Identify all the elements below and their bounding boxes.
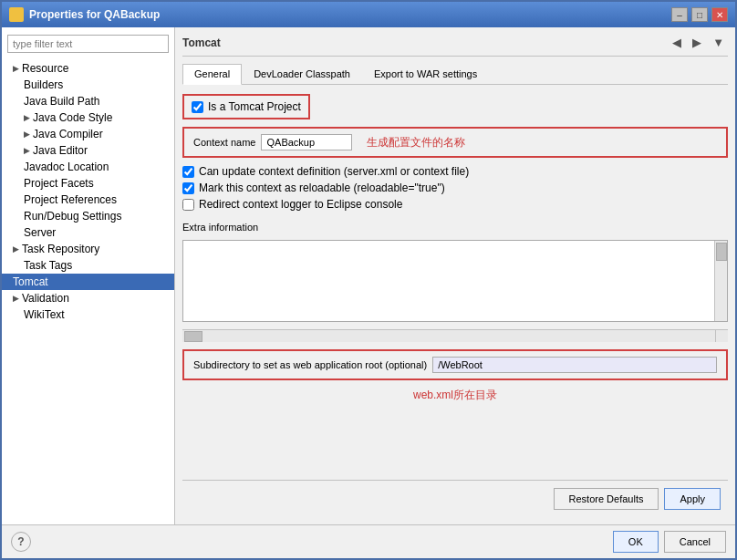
sidebar-item-label: Tomcat bbox=[13, 275, 48, 288]
main-panel-title: Tomcat bbox=[182, 36, 221, 49]
close-button[interactable]: ✕ bbox=[711, 7, 728, 22]
sidebar-item-label: Javadoc Location bbox=[24, 161, 109, 173]
checkbox-1[interactable] bbox=[182, 182, 194, 194]
tab-devloader-classpath[interactable]: DevLoader Classpath bbox=[242, 64, 362, 84]
sidebar-item-java-compiler[interactable]: ▶Java Compiler bbox=[2, 126, 174, 142]
sidebar: ▶ResourceBuildersJava Build Path▶Java Co… bbox=[2, 27, 175, 524]
sidebar-item-label: Builders bbox=[24, 78, 63, 91]
footer-right: OK Cancel bbox=[613, 531, 726, 553]
cancel-button[interactable]: Cancel bbox=[664, 531, 726, 553]
titlebar-left: Properties for QABackup bbox=[9, 7, 160, 22]
scroll-corner bbox=[715, 329, 728, 342]
checkbox-row-2: Redirect context logger to Eclipse conso… bbox=[182, 198, 728, 211]
nav-forward-button[interactable]: ▶ bbox=[689, 35, 705, 50]
subdir-label: Subdirectory to set as web application r… bbox=[193, 359, 427, 370]
titlebar: Properties for QABackup – □ ✕ bbox=[2, 2, 735, 27]
sidebar-item-label: Project References bbox=[24, 193, 117, 206]
filter-input[interactable] bbox=[7, 35, 169, 53]
ok-button[interactable]: OK bbox=[613, 531, 659, 553]
sidebar-item-java-code-style[interactable]: ▶Java Code Style bbox=[2, 109, 174, 126]
sidebar-item-project-facets[interactable]: Project Facets bbox=[2, 175, 174, 192]
sidebar-item-label: Java Code Style bbox=[33, 111, 112, 124]
tomcat-project-row: Is a Tomcat Project bbox=[182, 94, 310, 119]
sidebar-item-label: Java Editor bbox=[33, 144, 88, 157]
checkbox-row-1: Mark this context as reloadable (reloada… bbox=[182, 181, 728, 194]
checkbox-0[interactable] bbox=[182, 166, 194, 178]
sidebar-item-javadoc-location[interactable]: Javadoc Location bbox=[2, 159, 174, 175]
hscroll-thumb[interactable] bbox=[184, 331, 202, 342]
form-area: Is a Tomcat Project Context name 生成配置文件的… bbox=[182, 94, 728, 480]
sidebar-item-resource[interactable]: ▶Resource bbox=[2, 60, 174, 77]
tab-general[interactable]: General bbox=[182, 64, 242, 85]
sidebar-item-wikitext[interactable]: WikiText bbox=[2, 306, 174, 323]
maximize-button[interactable]: □ bbox=[691, 7, 708, 22]
checkbox-label-1: Mark this context as reloadable (reloada… bbox=[199, 181, 445, 194]
checkbox-row-0: Can update context definition (server.xm… bbox=[182, 165, 728, 178]
sidebar-item-label: Project Facets bbox=[24, 177, 94, 190]
horizontal-scrollbar[interactable] bbox=[182, 329, 715, 342]
sidebar-item-label: Validation bbox=[22, 292, 69, 305]
expand-arrow-icon: ▶ bbox=[24, 113, 30, 122]
window-title: Properties for QABackup bbox=[29, 8, 160, 21]
sidebar-item-validation[interactable]: ▶Validation bbox=[2, 290, 174, 306]
nav-arrows: ◀ ▶ ▼ bbox=[669, 35, 728, 50]
nav-dropdown-button[interactable]: ▼ bbox=[709, 35, 728, 50]
restore-defaults-button[interactable]: Restore Defaults bbox=[554, 488, 659, 510]
apply-button[interactable]: Apply bbox=[664, 488, 721, 510]
sidebar-item-builders[interactable]: Builders bbox=[2, 77, 174, 93]
sidebar-item-java-editor[interactable]: ▶Java Editor bbox=[2, 142, 174, 159]
sidebar-item-server[interactable]: Server bbox=[2, 224, 174, 241]
subdir-input[interactable] bbox=[432, 357, 717, 373]
scroll-thumb[interactable] bbox=[716, 243, 727, 261]
checkbox-label-2: Redirect context logger to Eclipse conso… bbox=[199, 198, 402, 211]
footer: ? OK Cancel bbox=[2, 524, 735, 558]
expand-arrow-icon: ▶ bbox=[24, 130, 30, 139]
tabs-row: GeneralDevLoader ClasspathExport to WAR … bbox=[182, 64, 728, 85]
sidebar-item-label: Server bbox=[24, 226, 56, 239]
expand-arrow-icon: ▶ bbox=[13, 64, 19, 73]
vertical-scrollbar[interactable] bbox=[714, 241, 727, 321]
expand-arrow-icon: ▶ bbox=[13, 244, 19, 254]
sidebar-item-task-tags[interactable]: Task Tags bbox=[2, 257, 174, 274]
sidebar-item-project-references[interactable]: Project References bbox=[2, 192, 174, 208]
sidebar-item-run/debug-settings[interactable]: Run/Debug Settings bbox=[2, 208, 174, 224]
sidebar-item-java-build-path[interactable]: Java Build Path bbox=[2, 93, 174, 109]
main-title-row: Tomcat ◀ ▶ ▼ bbox=[182, 35, 728, 57]
extra-info-area bbox=[182, 240, 728, 322]
extra-info-content[interactable] bbox=[183, 241, 714, 321]
extra-bottom bbox=[182, 329, 728, 342]
is-tomcat-label: Is a Tomcat Project bbox=[208, 100, 301, 113]
is-tomcat-checkbox[interactable] bbox=[192, 101, 203, 113]
window-icon bbox=[9, 7, 24, 22]
sidebar-item-label: Resource bbox=[22, 62, 68, 75]
content-area: ▶ResourceBuildersJava Build Path▶Java Co… bbox=[2, 27, 735, 524]
sidebar-item-label: Java Compiler bbox=[33, 128, 103, 140]
minimize-button[interactable]: – bbox=[671, 7, 688, 22]
bottom-bar: Restore Defaults Apply bbox=[182, 480, 728, 517]
web-hint: web.xml所在目录 bbox=[182, 388, 728, 403]
sidebar-item-label: Task Tags bbox=[24, 259, 72, 272]
check-options: Can update context definition (server.xm… bbox=[182, 165, 728, 211]
subdirectory-row: Subdirectory to set as web application r… bbox=[182, 349, 728, 380]
titlebar-buttons: – □ ✕ bbox=[671, 7, 728, 22]
sidebar-item-label: Task Repository bbox=[22, 243, 99, 255]
nav-back-button[interactable]: ◀ bbox=[669, 35, 685, 50]
sidebar-items-container: ▶ResourceBuildersJava Build Path▶Java Co… bbox=[2, 60, 174, 323]
checkbox-label-0: Can update context definition (server.xm… bbox=[199, 165, 469, 178]
sidebar-item-tomcat[interactable]: Tomcat bbox=[2, 274, 174, 290]
sidebar-item-label: Java Build Path bbox=[24, 95, 99, 108]
extra-info-label: Extra information bbox=[182, 222, 728, 233]
tab-export-to-war-settings[interactable]: Export to WAR settings bbox=[362, 64, 489, 84]
sidebar-item-task-repository[interactable]: ▶Task Repository bbox=[2, 241, 174, 257]
properties-window: Properties for QABackup – □ ✕ ▶ResourceB… bbox=[0, 0, 737, 560]
sidebar-item-label: Run/Debug Settings bbox=[24, 210, 121, 223]
help-button[interactable]: ? bbox=[11, 532, 31, 552]
expand-arrow-icon: ▶ bbox=[24, 146, 30, 155]
context-name-row: Context name 生成配置文件的名称 bbox=[182, 127, 728, 158]
checkbox-2[interactable] bbox=[182, 199, 194, 211]
context-name-input[interactable] bbox=[261, 134, 352, 150]
sidebar-item-label: WikiText bbox=[24, 308, 65, 321]
expand-arrow-icon: ▶ bbox=[13, 294, 19, 303]
context-hint: 生成配置文件的名称 bbox=[367, 135, 465, 150]
main-panel: Tomcat ◀ ▶ ▼ GeneralDevLoader ClasspathE… bbox=[175, 27, 735, 524]
